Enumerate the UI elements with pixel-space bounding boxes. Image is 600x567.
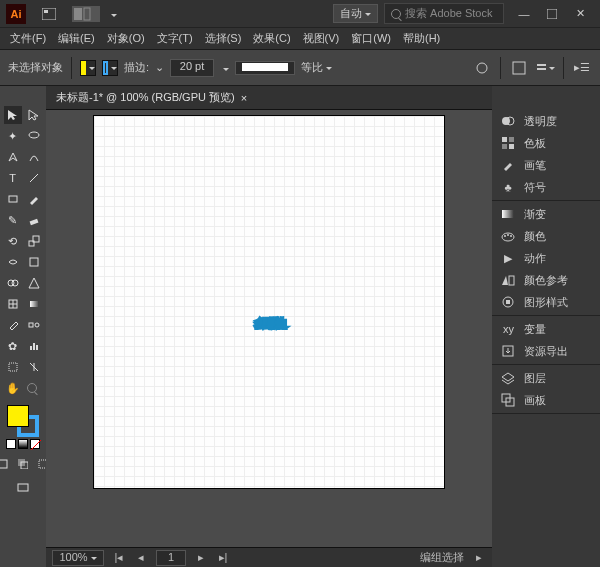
gradient-mode-button[interactable] (18, 439, 28, 449)
layers-icon (500, 371, 516, 385)
artboard-tool[interactable] (4, 358, 22, 376)
panel-graphic-styles[interactable]: 图形样式 (492, 291, 600, 313)
svg-point-44 (510, 235, 512, 237)
panel-color-guide[interactable]: 颜色参考 (492, 269, 600, 291)
mesh-tool[interactable] (4, 295, 22, 313)
rectangle-tool[interactable] (4, 190, 22, 208)
panel-artboards[interactable]: 画板 (492, 389, 600, 411)
scale-tool[interactable] (25, 232, 43, 250)
stroke-weight-caret[interactable] (220, 62, 229, 74)
panel-layers[interactable]: 图层 (492, 367, 600, 389)
workspace-switcher[interactable]: 自动 (333, 4, 378, 23)
fill-color-chip[interactable] (80, 60, 96, 76)
panel-variables[interactable]: xy变量 (492, 318, 600, 340)
artboard[interactable]: 多层描边 (94, 116, 444, 488)
color-mode-button[interactable] (6, 439, 16, 449)
menu-file[interactable]: 文件(F) (4, 29, 52, 48)
menu-object[interactable]: 对象(O) (101, 29, 151, 48)
fill-swatch[interactable] (7, 405, 29, 427)
menu-window[interactable]: 窗口(W) (345, 29, 397, 48)
panel-label: 变量 (524, 322, 546, 337)
stroke-profile-dropdown[interactable]: 等比 (301, 60, 332, 75)
prev-artboard-button[interactable]: ◂ (134, 551, 148, 565)
free-transform-tool[interactable] (25, 253, 43, 271)
hand-tool[interactable]: ✋ (4, 379, 22, 397)
symbol-sprayer-tool[interactable]: ✿ (4, 337, 22, 355)
gradient-tool[interactable] (25, 295, 43, 313)
bridge-button[interactable] (38, 6, 60, 22)
stroke-weight-input[interactable]: 20 pt (170, 59, 214, 77)
shape-builder-tool[interactable] (4, 274, 22, 292)
brushes-icon (500, 158, 516, 172)
menu-type[interactable]: 文字(T) (151, 29, 199, 48)
svg-rect-15 (30, 258, 38, 266)
pen-tool[interactable] (4, 148, 22, 166)
paintbrush-tool[interactable] (25, 190, 43, 208)
zoom-tool[interactable] (25, 379, 43, 397)
arrange-caret-icon[interactable] (108, 8, 117, 20)
titlebar: Ai 自动 搜索 Adobe Stock — ✕ (0, 0, 600, 28)
none-mode-button[interactable] (30, 439, 40, 449)
workspace-label: 自动 (340, 6, 362, 21)
panel-brushes[interactable]: 画笔 (492, 154, 600, 176)
menu-select[interactable]: 选择(S) (199, 29, 248, 48)
draw-behind-button[interactable] (14, 455, 32, 473)
draw-normal-button[interactable] (0, 455, 12, 473)
status-menu-button[interactable]: ▸ (472, 551, 486, 565)
menu-view[interactable]: 视图(V) (297, 29, 346, 48)
fill-stroke-swatch[interactable] (7, 405, 39, 437)
screen-mode-button[interactable] (14, 479, 32, 497)
selection-tool[interactable] (4, 106, 22, 124)
svg-point-17 (12, 280, 18, 286)
artboard-number-input[interactable]: 1 (156, 550, 186, 566)
zoom-input[interactable]: 100% (52, 550, 104, 566)
panel-asset-export[interactable]: 资源导出 (492, 340, 600, 362)
main-area: ✦ T ✎ ⟲ ✿ (0, 86, 600, 567)
panel-symbols[interactable]: ♣符号 (492, 176, 600, 198)
panel-actions[interactable]: ▶动作 (492, 247, 600, 269)
eyedropper-tool[interactable] (4, 316, 22, 334)
preferences-icon[interactable] (535, 59, 555, 77)
selection-label: 未选择对象 (8, 60, 63, 75)
opacity-icon[interactable] (472, 59, 492, 77)
panel-label: 动作 (524, 251, 546, 266)
stroke-color-chip[interactable] (102, 60, 118, 76)
lasso-tool[interactable] (25, 127, 43, 145)
panel-swatches[interactable]: 色板 (492, 132, 600, 154)
eraser-tool[interactable] (25, 211, 43, 229)
type-tool[interactable]: T (4, 169, 22, 187)
slice-tool[interactable] (25, 358, 43, 376)
arrange-docs-button[interactable] (72, 6, 100, 22)
document-tab[interactable]: 未标题-1* @ 100% (RGB/GPU 预览) × (46, 86, 257, 109)
blend-tool[interactable] (25, 316, 43, 334)
magic-wand-tool[interactable]: ✦ (4, 127, 22, 145)
canvas[interactable]: 多层描边 (46, 110, 492, 547)
perspective-tool[interactable] (25, 274, 43, 292)
width-tool[interactable] (4, 253, 22, 271)
last-artboard-button[interactable]: ▸| (216, 551, 230, 565)
menu-edit[interactable]: 编辑(E) (52, 29, 101, 48)
stroke-profile-preview[interactable] (235, 61, 295, 75)
menu-effect[interactable]: 效果(C) (247, 29, 296, 48)
pencil-tool[interactable]: ✎ (4, 211, 22, 229)
direct-selection-tool[interactable] (25, 106, 43, 124)
panel-menu-icon[interactable]: ▸☰ (572, 59, 592, 77)
close-tab-icon[interactable]: × (241, 92, 247, 104)
document-setup-icon[interactable] (509, 59, 529, 77)
next-artboard-button[interactable]: ▸ (194, 551, 208, 565)
line-tool[interactable] (25, 169, 43, 187)
panel-transparency[interactable]: 透明度 (492, 110, 600, 132)
first-artboard-button[interactable]: |◂ (112, 551, 126, 565)
graph-tool[interactable] (25, 337, 43, 355)
menu-help[interactable]: 帮助(H) (397, 29, 446, 48)
close-button[interactable]: ✕ (566, 6, 594, 22)
panel-gradient[interactable]: 渐变 (492, 203, 600, 225)
stroke-stepper-down-icon[interactable]: ⌄ (155, 61, 164, 74)
stock-search-input[interactable]: 搜索 Adobe Stock (384, 3, 504, 24)
artwork-text[interactable]: 多层描边 (255, 261, 283, 343)
rotate-tool[interactable]: ⟲ (4, 232, 22, 250)
panel-color[interactable]: 颜色 (492, 225, 600, 247)
curvature-tool[interactable] (25, 148, 43, 166)
maximize-button[interactable] (538, 6, 566, 22)
minimize-button[interactable]: — (510, 6, 538, 22)
